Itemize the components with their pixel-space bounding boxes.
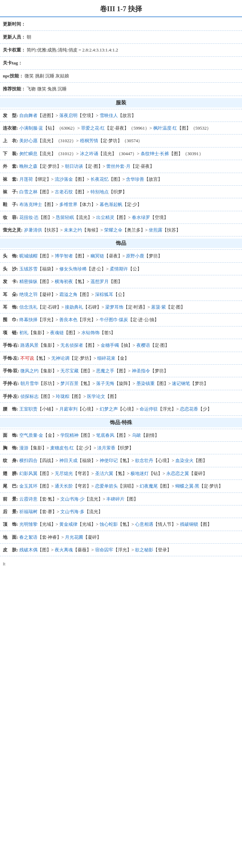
hair-link-1[interactable]: 自由舞者 xyxy=(19,113,38,118)
hand-right-link-2[interactable]: 无名侦探者 xyxy=(60,343,83,348)
tattoo-link-2[interactable]: 神目天成 xyxy=(59,458,78,463)
hold-right-link-3[interactable]: 落子无悔 xyxy=(96,381,114,386)
scarf-link-1[interactable]: 终幕抉择 xyxy=(19,317,38,322)
tattoo-link-5[interactable]: 血染业火 xyxy=(175,458,194,463)
fg-link-3[interactable]: 丰碑碎片 xyxy=(106,496,125,502)
ear-dec-link-2[interactable]: 霜溢之角 xyxy=(59,292,78,297)
skin-link-1[interactable]: 残破木偶 xyxy=(19,547,38,552)
hold-right-link-2[interactable]: 梦川百景 xyxy=(60,381,79,386)
bottom-link-1[interactable]: 匆忙瞬息 xyxy=(19,151,38,156)
waist-link-2[interactable]: 月庭审判 xyxy=(59,406,78,412)
top-dec-link-1[interactable]: 光明雏挚 xyxy=(19,522,38,527)
coat-link-1[interactable]: 晚秋之森 xyxy=(19,164,38,169)
face-link-1[interactable]: 空气质量·金 xyxy=(19,433,43,438)
earring-link-4[interactable]: 蒽菠·紫 xyxy=(151,304,166,310)
hair-link-2[interactable]: 落夜启明 xyxy=(59,113,78,118)
hairclip-link-2[interactable]: 横海初夜 xyxy=(55,279,73,284)
tail-link-2[interactable]: 通天长阶 xyxy=(55,483,73,489)
face-link-4[interactable]: 乌哝 xyxy=(132,433,141,438)
dress-link-1[interactable]: 小满制服·蓝 xyxy=(19,125,43,131)
bottom-link-3[interactable]: 条纹绅士·长裤 xyxy=(141,151,169,156)
makeup-link-1[interactable]: 花扭妆·恣 xyxy=(19,215,39,220)
dress-link-3[interactable]: 枫叶温度·红 xyxy=(153,125,177,131)
spirit-link-3[interactable]: 荣耀之伞 xyxy=(104,227,122,233)
tail-link-5[interactable]: 蝴蝶之翼·黑 xyxy=(175,483,199,489)
sock-set-link-3[interactable]: 长夜花忆 xyxy=(90,177,109,182)
makeup-link-3[interactable]: 出尘精灵 xyxy=(96,215,114,220)
necklace-link-1[interactable]: 初礼 xyxy=(19,330,28,335)
bottom-link-2[interactable]: 冰之吟诵 xyxy=(80,151,98,156)
fg-link-1[interactable]: 云霞诗意 xyxy=(19,496,38,502)
hold-right-link-4[interactable]: 墨染镇重 xyxy=(136,381,155,386)
waist-link-1[interactable]: 王室职责 xyxy=(19,406,38,412)
shoes-link-2[interactable]: 多维世界 xyxy=(59,202,78,207)
makeup-link-2[interactable]: 恳留轻眠 xyxy=(56,215,74,220)
waist-link-4[interactable]: 命运停驻 xyxy=(140,406,158,412)
hand-right-link-3[interactable]: 金穗手镯 xyxy=(101,343,119,348)
head-acc-link-4[interactable]: 原野小鹿 xyxy=(126,253,144,259)
chest-link-1[interactable]: 漫游 xyxy=(19,445,28,450)
bg-link-2[interactable]: 文山书海·多 xyxy=(60,509,84,514)
hand-left-link-1[interactable]: 不可说 xyxy=(20,356,34,361)
head-acc-link-3[interactable]: 幽冥链 xyxy=(90,253,104,259)
chest-link-3[interactable]: 淡月萦香 xyxy=(97,445,115,450)
makeup-link-4[interactable]: 春水绿罗 xyxy=(132,215,150,220)
top-dec-link-3[interactable]: 蚀心蛇影 xyxy=(100,522,118,527)
wings-link-2[interactable]: 无尽熄光 xyxy=(55,471,73,476)
hand-right-link-4[interactable]: 夜樱语 xyxy=(136,343,150,348)
necklace-link-3[interactable]: 水钻饰饰 xyxy=(81,330,100,335)
hold-right-link-1[interactable]: 朝月雪华 xyxy=(20,381,39,386)
coat-link-2[interactable]: 朝日访谈 xyxy=(65,164,83,169)
hairclip-link-3[interactable]: 遥想罗月 xyxy=(90,279,109,284)
hold-left-link-1[interactable]: 侦探标志 xyxy=(20,394,39,399)
waist-link-3[interactable]: 幻梦之声 xyxy=(100,406,118,412)
scarf-link-2[interactable]: 善良本色 xyxy=(59,317,78,322)
skin-link-4[interactable]: 欲之秘影 xyxy=(135,547,153,552)
hand-double-link-3[interactable]: 恶魔之手 xyxy=(96,368,114,373)
socks-link-1[interactable]: 白雪之林 xyxy=(19,189,38,194)
ear-dec-link-3[interactable]: 深棕狐耳 xyxy=(95,292,113,297)
wings-link-1[interactable]: 幻影风翼 xyxy=(19,471,38,476)
tattoo-link-4[interactable]: 欲念壮丹 xyxy=(135,458,153,463)
hand-double-link-1[interactable]: 微风之约 xyxy=(20,368,39,373)
tattoo-link-3[interactable]: 神使印记 xyxy=(100,458,118,463)
spirit-link-4[interactable]: 坐煎露 xyxy=(149,227,162,233)
tail-link-1[interactable]: 金玉其环 xyxy=(19,483,38,489)
wings-link-5[interactable]: 永恋恋之翼 xyxy=(166,471,189,476)
head-acc-link-2[interactable]: 博学智者 xyxy=(55,253,73,259)
top-dec-link-4[interactable]: 心意相遇 xyxy=(135,522,153,527)
shoes-link-3[interactable]: 暮色渐起帆 xyxy=(100,202,122,207)
sock-set-link-4[interactable]: 含华珍善 xyxy=(126,177,144,182)
wings-link-3[interactable]: 圣洁六翼 xyxy=(95,471,113,476)
top-dec-link-2[interactable]: 黄金戒律 xyxy=(59,522,78,527)
waist-link-5[interactable]: 恋恋花香 xyxy=(180,406,198,412)
necklace-link-2[interactable]: 夜魂链 xyxy=(50,330,64,335)
hand-left-link-3[interactable]: 细碎花束 xyxy=(97,356,115,361)
ear-dec-link-1[interactable]: 绝境之羽 xyxy=(19,292,38,297)
hand-double-link-4[interactable]: 神圣指令 xyxy=(132,368,150,373)
face-link-2[interactable]: 学院精神 xyxy=(60,433,79,438)
fg-link-2[interactable]: 文山书海·少 xyxy=(60,496,84,502)
ground-link-2[interactable]: 月光花圃 xyxy=(65,535,83,540)
scarf-link-3[interactable]: 牛仔图巾·煤炭 xyxy=(100,317,128,322)
head-acc-link-1[interactable]: 昵城绒帽 xyxy=(19,253,38,259)
top-dec-link-5[interactable]: 残破铜锁 xyxy=(180,522,198,527)
bg-link-1[interactable]: 祈福瑞树 xyxy=(19,509,38,514)
top-link-2[interactable]: 梧桐芳情 xyxy=(80,138,98,143)
face-link-3[interactable]: 笔底春风 xyxy=(96,433,114,438)
coat-link-3[interactable]: 蕾丝外套·月 xyxy=(106,164,130,169)
hand-right-link-1[interactable]: 路遇风景 xyxy=(20,343,39,348)
earring-link-1[interactable]: 信念洗礼 xyxy=(19,304,38,310)
sock-set-link-1[interactable]: 月莲荷 xyxy=(19,177,33,182)
hold-left-link-2[interactable]: 玲珑粽 xyxy=(56,394,69,399)
earring-link-3[interactable]: 梁梦耳饰 xyxy=(105,304,123,310)
chest-link-2[interactable]: 麦穗皮包·红 xyxy=(50,445,74,450)
wings-link-4[interactable]: 极地迷灯 xyxy=(130,471,149,476)
ground-link-1[interactable]: 春之絮语 xyxy=(19,535,38,540)
hairclip-link-1[interactable]: 精密操纵 xyxy=(19,279,38,284)
headscarf-link-2[interactable]: 修女头饰珍稀 xyxy=(59,266,87,271)
headscarf-link-3[interactable]: 柔情期许 xyxy=(110,266,128,271)
sock-set-link-2[interactable]: 流沙落金 xyxy=(55,177,73,182)
tattoo-link-1[interactable]: 横扫四合 xyxy=(19,458,38,463)
top-link-1[interactable]: 美好心愿 xyxy=(19,138,38,143)
